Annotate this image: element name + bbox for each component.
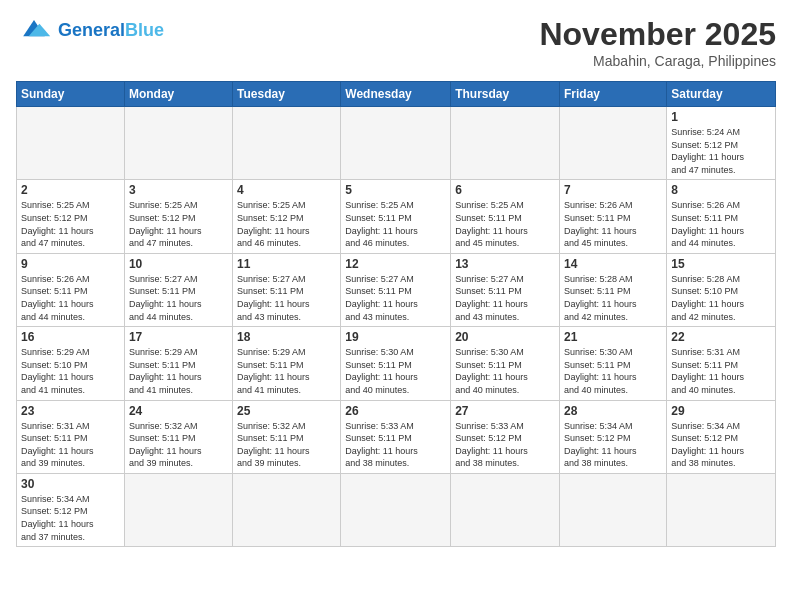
calendar-day-cell: 2Sunrise: 5:25 AM Sunset: 5:12 PM Daylig… xyxy=(17,180,125,253)
day-info: Sunrise: 5:27 AM Sunset: 5:11 PM Dayligh… xyxy=(237,273,336,323)
day-number: 4 xyxy=(237,183,336,197)
weekday-header: Tuesday xyxy=(233,82,341,107)
day-info: Sunrise: 5:33 AM Sunset: 5:12 PM Dayligh… xyxy=(455,420,555,470)
calendar-day-cell: 22Sunrise: 5:31 AM Sunset: 5:11 PM Dayli… xyxy=(667,327,776,400)
calendar-week-row: 9Sunrise: 5:26 AM Sunset: 5:11 PM Daylig… xyxy=(17,253,776,326)
day-info: Sunrise: 5:25 AM Sunset: 5:11 PM Dayligh… xyxy=(455,199,555,249)
day-number: 22 xyxy=(671,330,771,344)
calendar-day-cell xyxy=(341,107,451,180)
logo-text: GeneralBlue xyxy=(58,20,164,41)
day-info: Sunrise: 5:24 AM Sunset: 5:12 PM Dayligh… xyxy=(671,126,771,176)
calendar-day-cell: 26Sunrise: 5:33 AM Sunset: 5:11 PM Dayli… xyxy=(341,400,451,473)
calendar-day-cell: 5Sunrise: 5:25 AM Sunset: 5:11 PM Daylig… xyxy=(341,180,451,253)
day-number: 29 xyxy=(671,404,771,418)
day-info: Sunrise: 5:27 AM Sunset: 5:11 PM Dayligh… xyxy=(455,273,555,323)
weekday-header: Sunday xyxy=(17,82,125,107)
day-number: 1 xyxy=(671,110,771,124)
calendar-day-cell xyxy=(233,107,341,180)
calendar-day-cell: 13Sunrise: 5:27 AM Sunset: 5:11 PM Dayli… xyxy=(451,253,560,326)
day-number: 19 xyxy=(345,330,446,344)
calendar-week-row: 30Sunrise: 5:34 AM Sunset: 5:12 PM Dayli… xyxy=(17,473,776,546)
calendar-day-cell: 4Sunrise: 5:25 AM Sunset: 5:12 PM Daylig… xyxy=(233,180,341,253)
day-number: 7 xyxy=(564,183,662,197)
day-info: Sunrise: 5:31 AM Sunset: 5:11 PM Dayligh… xyxy=(671,346,771,396)
day-info: Sunrise: 5:34 AM Sunset: 5:12 PM Dayligh… xyxy=(671,420,771,470)
day-number: 15 xyxy=(671,257,771,271)
day-info: Sunrise: 5:26 AM Sunset: 5:11 PM Dayligh… xyxy=(671,199,771,249)
day-info: Sunrise: 5:25 AM Sunset: 5:11 PM Dayligh… xyxy=(345,199,446,249)
calendar-day-cell: 27Sunrise: 5:33 AM Sunset: 5:12 PM Dayli… xyxy=(451,400,560,473)
day-info: Sunrise: 5:25 AM Sunset: 5:12 PM Dayligh… xyxy=(237,199,336,249)
calendar-day-cell xyxy=(124,473,232,546)
day-number: 20 xyxy=(455,330,555,344)
day-number: 18 xyxy=(237,330,336,344)
day-info: Sunrise: 5:32 AM Sunset: 5:11 PM Dayligh… xyxy=(237,420,336,470)
day-info: Sunrise: 5:33 AM Sunset: 5:11 PM Dayligh… xyxy=(345,420,446,470)
weekday-header: Saturday xyxy=(667,82,776,107)
calendar-day-cell xyxy=(233,473,341,546)
weekday-header: Wednesday xyxy=(341,82,451,107)
day-number: 8 xyxy=(671,183,771,197)
day-number: 27 xyxy=(455,404,555,418)
logo-general: General xyxy=(58,20,125,40)
calendar-week-row: 23Sunrise: 5:31 AM Sunset: 5:11 PM Dayli… xyxy=(17,400,776,473)
day-number: 28 xyxy=(564,404,662,418)
calendar-day-cell: 16Sunrise: 5:29 AM Sunset: 5:10 PM Dayli… xyxy=(17,327,125,400)
day-number: 10 xyxy=(129,257,228,271)
calendar-day-cell: 24Sunrise: 5:32 AM Sunset: 5:11 PM Dayli… xyxy=(124,400,232,473)
day-info: Sunrise: 5:30 AM Sunset: 5:11 PM Dayligh… xyxy=(455,346,555,396)
calendar-day-cell: 3Sunrise: 5:25 AM Sunset: 5:12 PM Daylig… xyxy=(124,180,232,253)
calendar-day-cell: 6Sunrise: 5:25 AM Sunset: 5:11 PM Daylig… xyxy=(451,180,560,253)
calendar-day-cell: 10Sunrise: 5:27 AM Sunset: 5:11 PM Dayli… xyxy=(124,253,232,326)
calendar-day-cell: 8Sunrise: 5:26 AM Sunset: 5:11 PM Daylig… xyxy=(667,180,776,253)
calendar-day-cell xyxy=(341,473,451,546)
day-info: Sunrise: 5:30 AM Sunset: 5:11 PM Dayligh… xyxy=(345,346,446,396)
day-number: 11 xyxy=(237,257,336,271)
page-header: GeneralBlue November 2025 Mabahin, Carag… xyxy=(16,16,776,69)
calendar-day-cell: 7Sunrise: 5:26 AM Sunset: 5:11 PM Daylig… xyxy=(560,180,667,253)
calendar-day-cell xyxy=(124,107,232,180)
weekday-header: Friday xyxy=(560,82,667,107)
day-number: 30 xyxy=(21,477,120,491)
calendar-day-cell: 12Sunrise: 5:27 AM Sunset: 5:11 PM Dayli… xyxy=(341,253,451,326)
calendar-day-cell: 28Sunrise: 5:34 AM Sunset: 5:12 PM Dayli… xyxy=(560,400,667,473)
weekday-header: Thursday xyxy=(451,82,560,107)
calendar-week-row: 16Sunrise: 5:29 AM Sunset: 5:10 PM Dayli… xyxy=(17,327,776,400)
weekday-header: Monday xyxy=(124,82,232,107)
day-number: 17 xyxy=(129,330,228,344)
calendar-day-cell xyxy=(451,107,560,180)
calendar-day-cell: 23Sunrise: 5:31 AM Sunset: 5:11 PM Dayli… xyxy=(17,400,125,473)
day-info: Sunrise: 5:27 AM Sunset: 5:11 PM Dayligh… xyxy=(345,273,446,323)
calendar-week-row: 1Sunrise: 5:24 AM Sunset: 5:12 PM Daylig… xyxy=(17,107,776,180)
day-number: 3 xyxy=(129,183,228,197)
calendar-day-cell: 18Sunrise: 5:29 AM Sunset: 5:11 PM Dayli… xyxy=(233,327,341,400)
logo: GeneralBlue xyxy=(16,16,164,44)
calendar-day-cell: 21Sunrise: 5:30 AM Sunset: 5:11 PM Dayli… xyxy=(560,327,667,400)
calendar-day-cell xyxy=(451,473,560,546)
day-info: Sunrise: 5:30 AM Sunset: 5:11 PM Dayligh… xyxy=(564,346,662,396)
logo-blue: Blue xyxy=(125,20,164,40)
calendar-day-cell: 25Sunrise: 5:32 AM Sunset: 5:11 PM Dayli… xyxy=(233,400,341,473)
day-number: 6 xyxy=(455,183,555,197)
day-number: 23 xyxy=(21,404,120,418)
weekday-header-row: SundayMondayTuesdayWednesdayThursdayFrid… xyxy=(17,82,776,107)
location: Mabahin, Caraga, Philippines xyxy=(539,53,776,69)
calendar-table: SundayMondayTuesdayWednesdayThursdayFrid… xyxy=(16,81,776,547)
day-info: Sunrise: 5:34 AM Sunset: 5:12 PM Dayligh… xyxy=(21,493,120,543)
month-title: November 2025 xyxy=(539,16,776,53)
calendar-day-cell: 14Sunrise: 5:28 AM Sunset: 5:11 PM Dayli… xyxy=(560,253,667,326)
day-number: 21 xyxy=(564,330,662,344)
day-number: 5 xyxy=(345,183,446,197)
calendar-day-cell xyxy=(560,107,667,180)
day-number: 12 xyxy=(345,257,446,271)
day-number: 2 xyxy=(21,183,120,197)
day-info: Sunrise: 5:25 AM Sunset: 5:12 PM Dayligh… xyxy=(129,199,228,249)
day-number: 25 xyxy=(237,404,336,418)
calendar-day-cell: 20Sunrise: 5:30 AM Sunset: 5:11 PM Dayli… xyxy=(451,327,560,400)
calendar-day-cell: 15Sunrise: 5:28 AM Sunset: 5:10 PM Dayli… xyxy=(667,253,776,326)
day-info: Sunrise: 5:31 AM Sunset: 5:11 PM Dayligh… xyxy=(21,420,120,470)
calendar-day-cell xyxy=(667,473,776,546)
calendar-week-row: 2Sunrise: 5:25 AM Sunset: 5:12 PM Daylig… xyxy=(17,180,776,253)
calendar-day-cell xyxy=(560,473,667,546)
calendar-day-cell: 1Sunrise: 5:24 AM Sunset: 5:12 PM Daylig… xyxy=(667,107,776,180)
